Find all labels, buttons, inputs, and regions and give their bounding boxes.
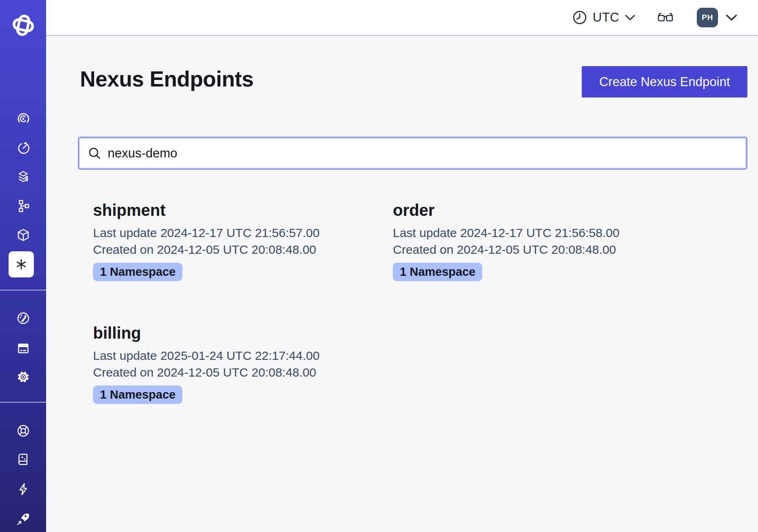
endpoint-last-update: Last update 2025-01-24 UTC 22:17:44.00 bbox=[93, 347, 378, 364]
sidebar-divider bbox=[0, 290, 46, 290]
main-content: Nexus Endpoints Create Nexus Endpoint sh… bbox=[46, 37, 758, 532]
sidebar-item-lightning[interactable] bbox=[0, 481, 46, 497]
timezone-picker[interactable]: UTC bbox=[572, 10, 636, 25]
sidebar-divider bbox=[0, 402, 46, 403]
sidebar-item-book[interactable] bbox=[0, 451, 46, 468]
sidebar-item-window[interactable] bbox=[0, 340, 46, 357]
sidebar-item-gear[interactable] bbox=[0, 369, 46, 385]
chevron-down-icon bbox=[725, 14, 738, 21]
search-box bbox=[78, 137, 747, 170]
chevron-down-icon bbox=[625, 14, 636, 21]
sidebar-item-cube[interactable] bbox=[0, 227, 46, 243]
endpoint-grid: shipment Last update 2024-12-17 UTC 21:5… bbox=[78, 201, 747, 404]
book-icon bbox=[16, 452, 31, 467]
endpoint-created: Created on 2024-12-05 UTC 20:08:48.00 bbox=[93, 241, 378, 258]
asterisk-icon bbox=[14, 257, 28, 271]
namespace-badge: 1 Namespace bbox=[93, 386, 182, 404]
endpoint-name[interactable]: billing bbox=[93, 324, 378, 342]
spiral-icon bbox=[16, 111, 31, 126]
layers-icon bbox=[16, 170, 31, 184]
create-nexus-endpoint-button[interactable]: Create Nexus Endpoint bbox=[582, 66, 747, 98]
namespace-badge: 1 Namespace bbox=[393, 263, 482, 281]
sidebar bbox=[0, 0, 46, 532]
search-input[interactable] bbox=[108, 146, 738, 161]
endpoint-card-shipment[interactable]: shipment Last update 2024-12-17 UTC 21:5… bbox=[78, 201, 378, 281]
timezone-label: UTC bbox=[593, 10, 619, 25]
gauge-icon bbox=[16, 311, 31, 326]
gear-icon bbox=[16, 370, 31, 384]
endpoint-card-order[interactable]: order Last update 2024-12-17 UTC 21:56:5… bbox=[378, 201, 678, 281]
namespace-badge: 1 Namespace bbox=[93, 263, 182, 281]
lightning-icon bbox=[16, 482, 31, 497]
cube-icon bbox=[16, 228, 31, 242]
endpoint-created: Created on 2024-12-05 UTC 20:08:48.00 bbox=[93, 364, 378, 381]
sidebar-item-layers[interactable] bbox=[0, 169, 46, 185]
sidebar-item-gauge[interactable] bbox=[0, 310, 46, 326]
sidebar-item-spiral[interactable] bbox=[0, 111, 46, 127]
clock-icon bbox=[572, 10, 587, 25]
search-icon bbox=[87, 146, 102, 161]
account-menu[interactable]: PH bbox=[697, 8, 738, 27]
endpoint-card-billing[interactable]: billing Last update 2025-01-24 UTC 22:17… bbox=[78, 324, 378, 404]
sidebar-item-rocket[interactable] bbox=[0, 510, 46, 527]
sidebar-item-branch[interactable] bbox=[0, 198, 46, 214]
endpoint-created: Created on 2024-12-05 UTC 20:08:48.00 bbox=[393, 241, 678, 258]
sidebar-item-timer[interactable] bbox=[0, 140, 46, 156]
topbar: UTC PH bbox=[46, 0, 758, 36]
window-icon bbox=[16, 341, 31, 356]
sidebar-item-lifebuoy[interactable] bbox=[0, 423, 46, 439]
endpoint-last-update: Last update 2024-12-17 UTC 21:56:57.00 bbox=[93, 224, 378, 241]
endpoint-last-update: Last update 2024-12-17 UTC 21:56:58.00 bbox=[393, 224, 678, 241]
endpoint-name[interactable]: order bbox=[393, 201, 678, 219]
sidebar-item-nexus[interactable] bbox=[9, 251, 34, 277]
endpoint-name[interactable]: shipment bbox=[93, 201, 378, 219]
feedback-glasses-button[interactable] bbox=[657, 11, 674, 24]
temporal-logo[interactable] bbox=[0, 13, 46, 37]
avatar[interactable]: PH bbox=[697, 8, 718, 27]
page-title: Nexus Endpoints bbox=[80, 66, 253, 92]
lifebuoy-icon bbox=[16, 423, 31, 438]
rocket-icon bbox=[16, 511, 31, 526]
glasses-icon bbox=[657, 11, 674, 24]
temporal-logo-icon bbox=[11, 13, 35, 37]
branch-icon bbox=[16, 199, 31, 213]
timer-icon bbox=[16, 141, 31, 155]
